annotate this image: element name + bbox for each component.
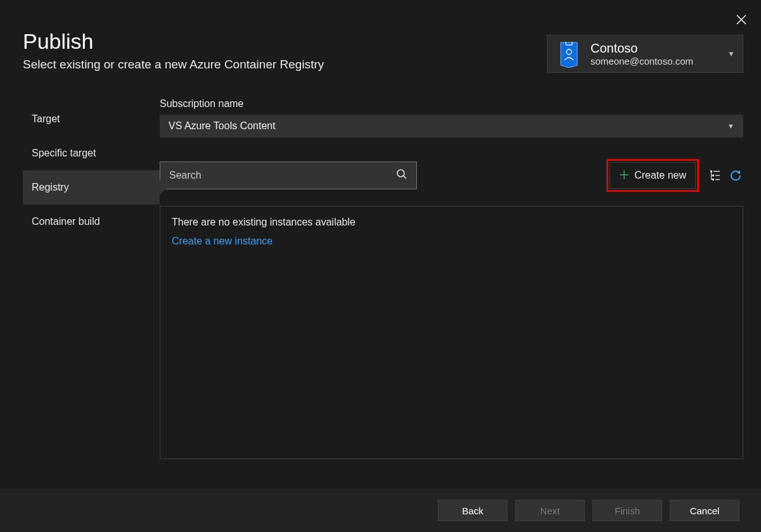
wizard-sidebar: Target Specific target Registry Containe… — [23, 98, 160, 459]
sidebar-step-container-build[interactable]: Container build — [23, 205, 160, 239]
sidebar-step-specific-target[interactable]: Specific target — [23, 136, 160, 170]
main-panel: Subscription name VS Azure Tools Content… — [160, 98, 743, 459]
account-selector[interactable]: Contoso someone@contoso.com ▼ — [547, 35, 743, 73]
finish-label: Finish — [615, 505, 640, 516]
next-button: Next — [515, 500, 585, 521]
svg-rect-10 — [710, 170, 712, 172]
dialog-footer: Back Next Finish Cancel — [0, 489, 761, 532]
back-label: Back — [462, 505, 483, 516]
svg-point-6 — [397, 170, 404, 177]
search-icon — [396, 168, 407, 182]
avatar-icon — [555, 40, 583, 68]
subscription-selected: VS Azure Tools Content — [169, 120, 276, 132]
svg-rect-12 — [712, 175, 714, 177]
svg-rect-14 — [712, 179, 714, 180]
step-label: Target — [32, 113, 60, 124]
instance-list: There are no existing instances availabl… — [160, 206, 743, 459]
create-instance-link[interactable]: Create a new instance — [172, 236, 731, 247]
close-button[interactable] — [734, 13, 748, 27]
svg-line-7 — [404, 176, 407, 179]
search-input[interactable] — [169, 170, 396, 181]
refresh-icon[interactable] — [728, 168, 743, 183]
back-button[interactable]: Back — [438, 500, 508, 521]
finish-button: Finish — [592, 500, 662, 521]
sidebar-step-target[interactable]: Target — [23, 102, 160, 136]
step-label: Container build — [32, 216, 100, 227]
step-label: Specific target — [32, 148, 96, 158]
plus-icon — [619, 168, 629, 183]
step-label: Registry — [32, 182, 69, 193]
account-text: Contoso someone@contoso.com — [591, 41, 727, 66]
create-new-label: Create new — [634, 170, 686, 181]
tree-view-icon[interactable] — [708, 168, 723, 183]
create-new-highlight: Create new — [606, 159, 699, 192]
create-new-button[interactable]: Create new — [610, 162, 696, 189]
account-name: Contoso — [591, 41, 727, 56]
chevron-down-icon: ▼ — [727, 122, 734, 130]
search-box[interactable] — [160, 162, 417, 189]
chevron-down-icon: ▼ — [727, 49, 735, 58]
subscription-label: Subscription name — [160, 98, 743, 110]
account-email: someone@contoso.com — [591, 56, 727, 66]
cancel-button[interactable]: Cancel — [670, 500, 739, 521]
next-label: Next — [540, 505, 560, 516]
cancel-label: Cancel — [690, 505, 720, 516]
subscription-dropdown[interactable]: VS Azure Tools Content ▼ — [160, 115, 743, 137]
empty-state-message: There are no existing instances availabl… — [172, 217, 731, 228]
sidebar-step-registry[interactable]: Registry — [23, 170, 160, 205]
